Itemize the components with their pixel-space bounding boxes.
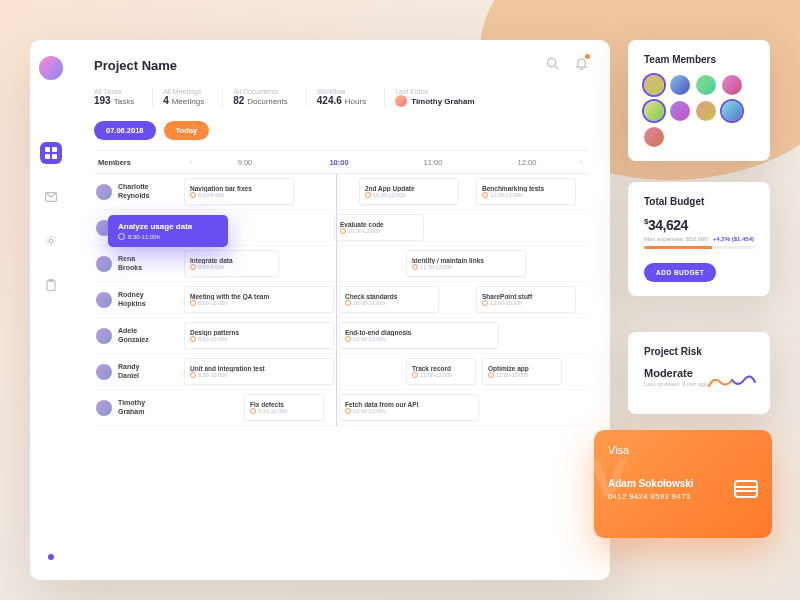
task-card[interactable]: Fix defects9:30-10:00h [244, 394, 324, 421]
rail-indicator-dot [48, 554, 54, 560]
add-budget-button[interactable]: ADD BUDGET [644, 263, 716, 282]
member-avatar [96, 256, 112, 272]
budget-card: Total Budget $34,624 Max expenses: $50,0… [628, 182, 770, 296]
editor-avatar [395, 95, 407, 107]
task-card[interactable]: Meeting with the QA team8:00-10:00h [184, 286, 334, 313]
member-avatar [96, 184, 112, 200]
timeline-rows: Analyze usage data 8:30-11:00h Charlotte… [94, 174, 588, 426]
member-name: AdeleGonzalez [118, 327, 149, 343]
risk-card: Project Risk Moderate Last updated: 3 mi… [628, 332, 770, 414]
settings-icon[interactable] [40, 230, 62, 252]
budget-amount: $34,624 [644, 217, 754, 233]
task-card[interactable]: Check standards10:00-11:00h [339, 286, 439, 313]
card-chip-icon [734, 480, 758, 498]
task-card[interactable]: Navigation bar fixes8:00-9:30h [184, 178, 294, 205]
svg-rect-3 [52, 154, 57, 159]
team-avatar[interactable] [696, 75, 716, 95]
stats-row: All Tasks193Tasks All Meetings4Meetings … [94, 88, 588, 107]
svg-rect-0 [45, 147, 50, 152]
member-avatar [96, 328, 112, 344]
timeline-row: RodneyHopkinsMeeting with the QA team8:0… [94, 282, 588, 318]
nav-rail [30, 40, 72, 580]
timeline-row: AdeleGonzalezDesign patterns8:00-10:00hE… [94, 318, 588, 354]
task-card[interactable]: Identify / maintain links11:30-13:00h [406, 250, 526, 277]
team-avatar[interactable] [670, 101, 690, 121]
current-time-line [336, 174, 337, 426]
risk-sparkline [708, 372, 756, 390]
credit-card[interactable]: V Visa Adam Sokołowski 0412 9424 8593 94… [594, 430, 772, 538]
member-name: RandyDaniel [118, 363, 139, 379]
timeline-row: RenaBrooksIntegrate data8:00-9:00hIdenti… [94, 246, 588, 282]
svg-point-5 [49, 239, 53, 243]
team-card: Team Members [628, 40, 770, 161]
member-name: CharlotteReynolds [118, 183, 150, 199]
task-card[interactable]: Optimize app12:00-13:00h [482, 358, 562, 385]
task-card[interactable]: Benchmarking tests12:00-13:00h [476, 178, 576, 205]
today-chip[interactable]: Today [164, 121, 210, 140]
search-icon[interactable] [546, 56, 559, 74]
member-name: RenaBrooks [118, 255, 142, 271]
members-header: Members [94, 158, 184, 167]
svg-rect-1 [52, 147, 57, 152]
task-card[interactable]: Unit and Integration test8:30-10:00h [184, 358, 334, 385]
timeline-row: TimothyGrahamFix defects9:30-10:00hFetch… [94, 390, 588, 426]
team-avatar[interactable] [644, 101, 664, 121]
stat-label: All Tasks [94, 88, 134, 95]
task-card[interactable]: SharePoint stuff12:00-13:30h [476, 286, 576, 313]
task-card[interactable]: Design patterns8:00-10:00h [184, 322, 334, 349]
mail-icon[interactable] [40, 186, 62, 208]
main-panel: Project Name All Tasks193Tasks All Meeti… [72, 40, 610, 580]
team-avatar[interactable] [722, 101, 742, 121]
member-name: TimothyGraham [118, 399, 145, 415]
user-avatar[interactable] [39, 56, 63, 80]
task-card[interactable]: End-to-end diagnosis10:00-13:00h [339, 322, 499, 349]
dashboard-icon[interactable] [40, 142, 62, 164]
team-avatar[interactable] [696, 101, 716, 121]
task-card[interactable]: Track record11:00-12:00h [406, 358, 476, 385]
member-avatar [96, 364, 112, 380]
task-popup[interactable]: Analyze usage data 8:30-11:00h [108, 215, 228, 247]
task-card[interactable]: 2nd App Update10:30-12:00h [359, 178, 459, 205]
team-avatar[interactable] [644, 75, 664, 95]
task-card[interactable]: Integrate data8:00-9:00h [184, 250, 279, 277]
svg-point-8 [547, 58, 555, 66]
timeline-prev[interactable]: ‹ [184, 158, 198, 167]
team-avatar[interactable] [644, 127, 664, 147]
timeline-row: CharlotteReynoldsNavigation bar fixes8:0… [94, 174, 588, 210]
timeline-next[interactable]: › [574, 158, 588, 167]
clipboard-icon[interactable] [40, 274, 62, 296]
team-avatar[interactable] [670, 75, 690, 95]
svg-rect-2 [45, 154, 50, 159]
member-avatar [96, 400, 112, 416]
card-brand: Visa [608, 444, 758, 456]
task-card[interactable]: Fetch data from our API10:00-12:00h [339, 394, 479, 421]
bell-icon[interactable] [575, 56, 588, 74]
member-name: RodneyHopkins [118, 291, 146, 307]
team-avatar[interactable] [722, 75, 742, 95]
app-window: Project Name All Tasks193Tasks All Meeti… [30, 40, 610, 580]
page-title: Project Name [94, 58, 177, 73]
member-avatar [96, 292, 112, 308]
budget-progress [644, 246, 754, 249]
task-card[interactable]: Evaluate code10:00-12:00h [334, 214, 424, 241]
timeline-row: RandyDanielUnit and Integration test8:30… [94, 354, 588, 390]
date-chip[interactable]: 07.06.2018 [94, 121, 156, 140]
